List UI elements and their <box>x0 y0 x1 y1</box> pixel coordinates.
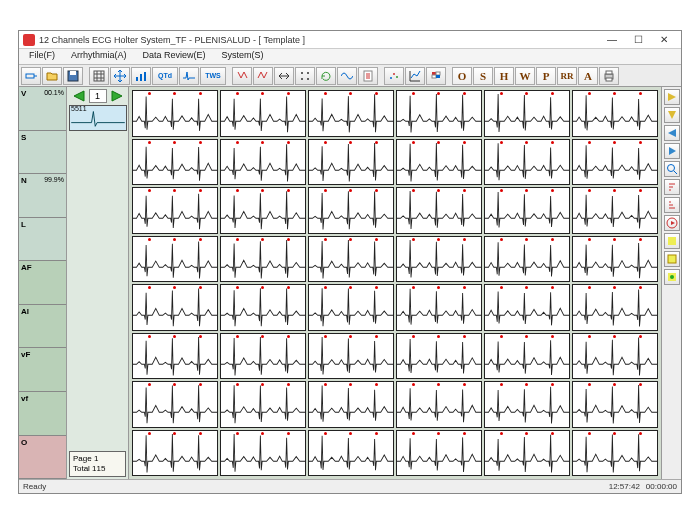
ecg-cell[interactable] <box>572 284 658 331</box>
ecg-cell[interactable] <box>396 381 482 428</box>
arrow-right-icon[interactable] <box>664 89 680 105</box>
ecg-cell[interactable] <box>220 381 306 428</box>
ecg-cell[interactable] <box>220 90 306 137</box>
ecg-cell[interactable] <box>484 187 570 234</box>
ecg-cell[interactable] <box>572 236 658 283</box>
ecg-cell[interactable] <box>132 236 218 283</box>
category-vf[interactable]: vf <box>19 392 66 436</box>
tool-dots-icon[interactable] <box>295 67 315 85</box>
category-vf[interactable]: vF <box>19 348 66 392</box>
ecg-cell[interactable] <box>572 430 658 477</box>
ecg-cell[interactable] <box>396 90 482 137</box>
autoplay-icon[interactable] <box>664 215 680 231</box>
category-o[interactable]: O <box>19 436 66 480</box>
page-number-field[interactable]: 1 <box>89 89 107 103</box>
tool-sine-icon[interactable] <box>337 67 357 85</box>
tool-refresh-icon[interactable] <box>316 67 336 85</box>
sort-asc-icon[interactable] <box>664 179 680 195</box>
tool-letter-h[interactable]: H <box>494 67 514 85</box>
category-l[interactable]: L <box>19 218 66 262</box>
tool-letter-s[interactable]: S <box>473 67 493 85</box>
ecg-cell[interactable] <box>396 187 482 234</box>
ecg-cell[interactable] <box>132 333 218 380</box>
tool-move-icon[interactable] <box>110 67 130 85</box>
ecg-cell[interactable] <box>396 333 482 380</box>
ecg-cell[interactable] <box>220 187 306 234</box>
ecg-cell[interactable] <box>220 284 306 331</box>
marker-green-icon[interactable] <box>664 269 680 285</box>
next-page-button[interactable] <box>108 89 126 103</box>
category-af[interactable]: AF <box>19 261 66 305</box>
ecg-cell[interactable] <box>484 236 570 283</box>
tool-letter-rr[interactable]: RR <box>557 67 577 85</box>
prev-page-button[interactable] <box>70 89 88 103</box>
ecg-cell[interactable] <box>132 430 218 477</box>
ecg-cell[interactable] <box>220 430 306 477</box>
ecg-cell[interactable] <box>484 430 570 477</box>
ecg-cell[interactable] <box>484 90 570 137</box>
close-button[interactable]: ✕ <box>651 32 677 48</box>
tool-wave-icon[interactable] <box>179 67 199 85</box>
tool-save-icon[interactable] <box>63 67 83 85</box>
ecg-cell[interactable] <box>572 333 658 380</box>
tool-report-icon[interactable] <box>358 67 378 85</box>
tool-print-icon[interactable] <box>599 67 619 85</box>
category-s[interactable]: S <box>19 131 66 175</box>
tool-qtd-button[interactable]: QTd <box>152 67 178 85</box>
menu-datareview[interactable]: Data Review(E) <box>135 49 214 64</box>
ecg-cell[interactable] <box>572 90 658 137</box>
ecg-cell[interactable] <box>132 381 218 428</box>
marker-yellow-icon[interactable] <box>664 233 680 249</box>
tool-open-icon[interactable] <box>42 67 62 85</box>
ecg-cell[interactable] <box>484 381 570 428</box>
ecg-cell[interactable] <box>572 139 658 186</box>
ecg-cell[interactable] <box>220 236 306 283</box>
ecg-cell[interactable] <box>484 284 570 331</box>
ecg-cell[interactable] <box>220 139 306 186</box>
minimize-button[interactable]: — <box>599 32 625 48</box>
ecg-cell[interactable] <box>396 430 482 477</box>
maximize-button[interactable]: ☐ <box>625 32 651 48</box>
tool-select-icon[interactable] <box>21 67 41 85</box>
ecg-cell[interactable] <box>484 333 570 380</box>
tool-grid-icon[interactable] <box>89 67 109 85</box>
ecg-cell[interactable] <box>308 236 394 283</box>
arrow-down-icon[interactable] <box>664 107 680 123</box>
marker-outline-icon[interactable] <box>664 251 680 267</box>
tool-zigzag2-icon[interactable] <box>253 67 273 85</box>
tool-tws-button[interactable]: TWS <box>200 67 226 85</box>
tool-expand-icon[interactable] <box>274 67 294 85</box>
tool-letter-o[interactable]: O <box>452 67 472 85</box>
tool-chart-icon[interactable] <box>405 67 425 85</box>
ecg-cell[interactable] <box>132 187 218 234</box>
category-v[interactable]: V00.1% <box>19 87 66 131</box>
tool-zigzag1-icon[interactable] <box>232 67 252 85</box>
ecg-cell[interactable] <box>572 187 658 234</box>
ecg-cell[interactable] <box>220 333 306 380</box>
template-thumbnail[interactable]: 5511 <box>69 105 127 131</box>
arrow-left-icon[interactable] <box>664 125 680 141</box>
category-al[interactable]: Al <box>19 305 66 349</box>
tool-letter-a[interactable]: A <box>578 67 598 85</box>
ecg-cell[interactable] <box>132 284 218 331</box>
ecg-cell[interactable] <box>308 333 394 380</box>
ecg-cell[interactable] <box>308 284 394 331</box>
play-icon[interactable] <box>664 143 680 159</box>
menu-system[interactable]: System(S) <box>214 49 272 64</box>
menu-arrhythmia[interactable]: Arrhythmia(A) <box>63 49 135 64</box>
ecg-cell[interactable] <box>396 284 482 331</box>
tool-flag-icon[interactable] <box>426 67 446 85</box>
ecg-cell[interactable] <box>308 187 394 234</box>
ecg-cell[interactable] <box>308 430 394 477</box>
tool-letter-p[interactable]: P <box>536 67 556 85</box>
ecg-cell[interactable] <box>308 90 394 137</box>
tool-scatter-icon[interactable] <box>384 67 404 85</box>
tool-bars-icon[interactable] <box>131 67 151 85</box>
ecg-cell[interactable] <box>308 139 394 186</box>
ecg-cell[interactable] <box>396 139 482 186</box>
ecg-cell[interactable] <box>132 90 218 137</box>
ecg-cell[interactable] <box>396 236 482 283</box>
category-n[interactable]: N99.9% <box>19 174 66 218</box>
sort-desc-icon[interactable] <box>664 197 680 213</box>
ecg-cell[interactable] <box>308 381 394 428</box>
